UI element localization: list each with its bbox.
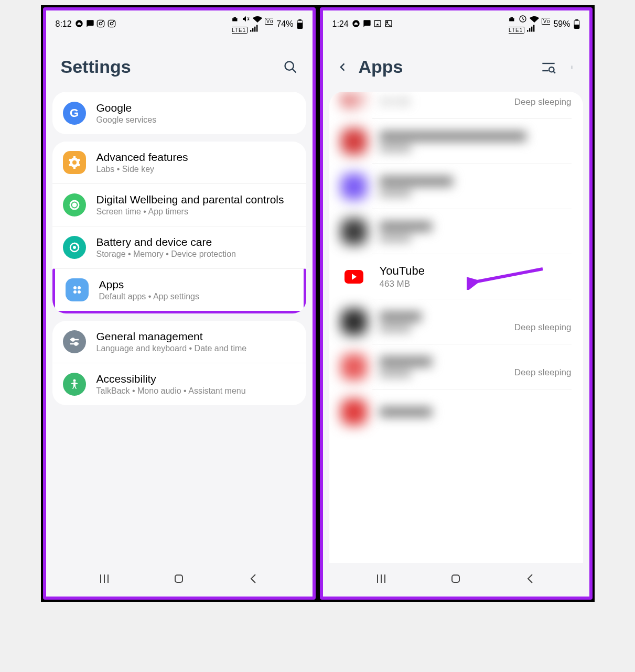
- settings-item-accessibility[interactable]: Accessibility TalkBack • Mono audio • As…: [52, 363, 306, 405]
- svg-rect-7: [234, 17, 236, 18]
- app-row-youtube[interactable]: YouTube 463 MB: [336, 254, 577, 299]
- svg-point-25: [73, 380, 76, 382]
- youtube-icon: [341, 264, 367, 290]
- app-size: 303 MB: [380, 97, 502, 107]
- nav-bar: [46, 563, 313, 597]
- status-bar: 1:24 VoLTE1 59%: [323, 10, 589, 36]
- page-title: Settings: [61, 57, 131, 77]
- app-icon-blurred: [341, 174, 367, 200]
- item-subtitle: Language and keyboard • Date and time: [96, 344, 296, 353]
- svg-point-32: [386, 21, 388, 23]
- svg-point-20: [78, 290, 81, 294]
- app-row-blurred[interactable]: [336, 119, 577, 164]
- settings-item-google[interactable]: G Google Google services: [52, 92, 306, 134]
- back-icon[interactable]: [338, 62, 348, 72]
- settings-card-general: General management Language and keyboard…: [52, 321, 306, 405]
- app-size: 463 MB: [380, 279, 572, 289]
- status-battery: 59%: [553, 19, 570, 29]
- settings-item-advanced[interactable]: Advanced features Labs • Side key: [52, 142, 306, 183]
- nav-recents[interactable]: [98, 572, 111, 587]
- svg-point-14: [73, 203, 76, 207]
- status-right-icons: VoLTE1: [509, 15, 550, 34]
- settings-item-battery[interactable]: Battery and device care Storage • Memory…: [52, 226, 306, 268]
- app-row-partial[interactable]: 303 MB Deep sleeping: [336, 92, 577, 119]
- apps-icon: [66, 278, 89, 301]
- svg-rect-33: [509, 18, 514, 21]
- status-bar: 8:12 VoLTE1 74%: [46, 10, 313, 36]
- settings-item-apps[interactable]: Apps Default apps • App settings: [52, 268, 306, 313]
- svg-rect-34: [511, 17, 513, 18]
- svg-line-42: [553, 71, 555, 73]
- nav-home[interactable]: [449, 572, 462, 587]
- item-subtitle: Labs • Side key: [96, 165, 296, 174]
- svg-point-19: [73, 290, 77, 294]
- device-care-icon: [63, 236, 86, 259]
- svg-point-24: [74, 343, 77, 345]
- status-battery: 74%: [276, 19, 293, 29]
- accessibility-icon: [63, 373, 86, 396]
- app-row-blurred[interactable]: [336, 389, 577, 435]
- svg-point-18: [78, 286, 81, 289]
- app-row-blurred[interactable]: Deep sleeping: [336, 299, 577, 344]
- svg-line-12: [292, 69, 296, 72]
- app-row-blurred[interactable]: [336, 164, 577, 209]
- svg-rect-10: [297, 21, 302, 23]
- item-title: Battery and device care: [96, 236, 296, 248]
- filter-search-icon[interactable]: [541, 60, 556, 74]
- svg-point-44: [572, 67, 572, 67]
- wellbeing-icon: [63, 193, 86, 216]
- item-subtitle: TalkBack • Mono audio • Assistant menu: [96, 386, 296, 396]
- search-icon[interactable]: [283, 60, 298, 74]
- item-title: General management: [96, 330, 296, 343]
- status-left-icons: [352, 19, 393, 29]
- item-subtitle: Google services: [96, 115, 296, 125]
- item-title: Google: [96, 102, 296, 114]
- deep-sleeping-tag: Deep sleeping: [514, 97, 572, 107]
- svg-point-41: [549, 67, 554, 72]
- app-row-blurred[interactable]: [336, 209, 577, 254]
- svg-point-2: [103, 21, 103, 21]
- item-subtitle: Storage • Memory • Device protection: [96, 250, 296, 259]
- nav-back[interactable]: [247, 572, 260, 587]
- svg-rect-29: [175, 575, 182, 582]
- page-header: Settings: [46, 36, 313, 92]
- svg-rect-38: [574, 21, 579, 25]
- phone-settings: 8:12 VoLTE1 74%: [43, 7, 316, 600]
- google-icon: G: [63, 102, 86, 125]
- svg-point-1: [100, 22, 102, 25]
- item-title: Apps: [99, 278, 293, 291]
- apps-list[interactable]: 303 MB Deep sleeping: [329, 92, 583, 563]
- app-icon-blurred: [341, 354, 367, 380]
- app-icon-blurred: [341, 399, 367, 425]
- svg-point-22: [71, 339, 74, 341]
- svg-point-5: [114, 21, 114, 21]
- svg-point-17: [73, 286, 77, 289]
- app-icon-blurred: [341, 128, 367, 155]
- svg-point-11: [285, 61, 293, 70]
- settings-card-features: Advanced features Labs • Side key Digita…: [52, 142, 306, 313]
- settings-item-wellbeing[interactable]: Digital Wellbeing and parental controls …: [52, 183, 306, 226]
- item-subtitle: Screen time • App timers: [96, 207, 296, 216]
- nav-recents[interactable]: [375, 572, 388, 587]
- nav-home[interactable]: [173, 572, 185, 587]
- svg-rect-37: [575, 19, 578, 20]
- status-time: 1:24: [332, 19, 349, 29]
- deep-sleeping-tag: Deep sleeping: [514, 367, 572, 378]
- phone-apps: 1:24 VoLTE1 59%: [320, 7, 593, 600]
- nav-bar: [323, 563, 589, 597]
- deep-sleeping-tag: Deep sleeping: [514, 322, 572, 333]
- svg-point-45: [572, 68, 572, 68]
- nav-back[interactable]: [524, 572, 537, 587]
- item-subtitle: Default apps • App settings: [99, 292, 293, 301]
- battery-icon: [297, 19, 303, 29]
- sliders-icon: [63, 330, 86, 353]
- status-left-icons: [75, 19, 116, 29]
- app-icon-blurred: [341, 309, 367, 335]
- app-row-blurred[interactable]: Deep sleeping: [336, 344, 577, 389]
- svg-rect-9: [298, 19, 301, 20]
- more-icon[interactable]: [572, 60, 575, 74]
- settings-item-general[interactable]: General management Language and keyboard…: [52, 321, 306, 363]
- svg-point-16: [73, 246, 76, 249]
- svg-rect-51: [452, 575, 459, 582]
- item-title: Digital Wellbeing and parental controls: [96, 193, 296, 206]
